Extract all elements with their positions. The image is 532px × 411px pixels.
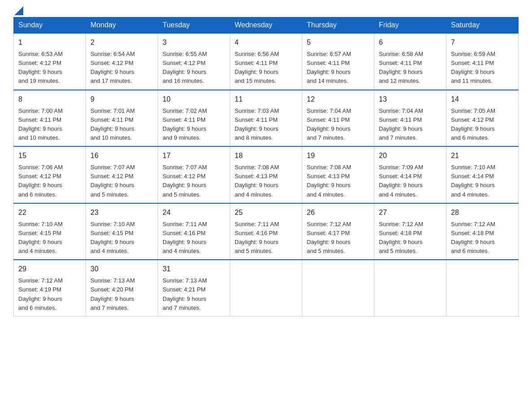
calendar-cell: 21Sunrise: 7:10 AMSunset: 4:14 PMDayligh… bbox=[446, 146, 519, 203]
calendar-cell bbox=[446, 260, 519, 316]
day-info: Sunrise: 7:03 AMSunset: 4:11 PMDaylight:… bbox=[235, 107, 297, 143]
calendar-cell bbox=[374, 260, 446, 316]
day-number: 14 bbox=[451, 94, 514, 105]
day-info: Sunrise: 6:59 AMSunset: 4:11 PMDaylight:… bbox=[451, 50, 514, 86]
logo bbox=[13, 9, 23, 13]
calendar-week-row-5: 29Sunrise: 7:12 AMSunset: 4:19 PMDayligh… bbox=[14, 260, 519, 316]
calendar-header-tuesday: Tuesday bbox=[158, 17, 230, 34]
calendar-cell: 1Sunrise: 6:53 AMSunset: 4:12 PMDaylight… bbox=[14, 33, 86, 90]
calendar-cell: 6Sunrise: 6:58 AMSunset: 4:11 PMDaylight… bbox=[374, 33, 446, 90]
day-number: 22 bbox=[18, 207, 81, 218]
calendar-week-row-3: 15Sunrise: 7:06 AMSunset: 4:12 PMDayligh… bbox=[14, 146, 519, 203]
day-info: Sunrise: 7:04 AMSunset: 4:11 PMDaylight:… bbox=[379, 107, 442, 143]
day-info: Sunrise: 7:08 AMSunset: 4:13 PMDaylight:… bbox=[235, 163, 297, 199]
calendar-cell: 11Sunrise: 7:03 AMSunset: 4:11 PMDayligh… bbox=[230, 90, 302, 147]
calendar-cell: 9Sunrise: 7:01 AMSunset: 4:11 PMDaylight… bbox=[86, 90, 158, 147]
calendar-week-row-4: 22Sunrise: 7:10 AMSunset: 4:15 PMDayligh… bbox=[14, 203, 519, 260]
calendar-cell bbox=[302, 260, 374, 316]
calendar-cell: 30Sunrise: 7:13 AMSunset: 4:20 PMDayligh… bbox=[86, 260, 158, 316]
day-number: 3 bbox=[163, 37, 225, 48]
calendar-cell: 31Sunrise: 7:13 AMSunset: 4:21 PMDayligh… bbox=[158, 260, 230, 316]
day-number: 21 bbox=[451, 150, 514, 161]
calendar-cell: 23Sunrise: 7:10 AMSunset: 4:15 PMDayligh… bbox=[86, 203, 158, 260]
day-info: Sunrise: 7:08 AMSunset: 4:13 PMDaylight:… bbox=[307, 163, 369, 199]
day-info: Sunrise: 7:13 AMSunset: 4:21 PMDaylight:… bbox=[163, 276, 225, 313]
day-number: 31 bbox=[163, 264, 225, 274]
day-number: 16 bbox=[90, 150, 153, 161]
calendar-cell: 17Sunrise: 7:07 AMSunset: 4:12 PMDayligh… bbox=[158, 146, 230, 203]
calendar-cell: 18Sunrise: 7:08 AMSunset: 4:13 PMDayligh… bbox=[230, 146, 302, 203]
day-number: 30 bbox=[90, 264, 153, 274]
day-number: 7 bbox=[451, 37, 514, 48]
page-header bbox=[13, 9, 519, 13]
day-number: 25 bbox=[235, 207, 297, 218]
calendar-header-monday: Monday bbox=[86, 17, 158, 34]
day-number: 12 bbox=[307, 94, 369, 105]
day-info: Sunrise: 7:12 AMSunset: 4:19 PMDaylight:… bbox=[18, 276, 81, 313]
day-number: 6 bbox=[379, 37, 442, 48]
calendar-header-wednesday: Wednesday bbox=[230, 17, 302, 34]
day-info: Sunrise: 7:12 AMSunset: 4:18 PMDaylight:… bbox=[379, 220, 442, 256]
day-info: Sunrise: 6:53 AMSunset: 4:12 PMDaylight:… bbox=[18, 50, 81, 86]
calendar-cell: 25Sunrise: 7:11 AMSunset: 4:16 PMDayligh… bbox=[230, 203, 302, 260]
day-number: 2 bbox=[90, 37, 153, 48]
day-info: Sunrise: 6:57 AMSunset: 4:11 PMDaylight:… bbox=[307, 50, 369, 86]
day-info: Sunrise: 7:10 AMSunset: 4:15 PMDaylight:… bbox=[90, 220, 153, 256]
calendar-cell: 3Sunrise: 6:55 AMSunset: 4:12 PMDaylight… bbox=[158, 33, 230, 90]
day-info: Sunrise: 7:10 AMSunset: 4:15 PMDaylight:… bbox=[18, 220, 81, 256]
day-info: Sunrise: 7:04 AMSunset: 4:11 PMDaylight:… bbox=[307, 107, 369, 143]
day-number: 17 bbox=[163, 150, 225, 161]
calendar-cell: 29Sunrise: 7:12 AMSunset: 4:19 PMDayligh… bbox=[14, 260, 86, 316]
calendar-week-row-2: 8Sunrise: 7:00 AMSunset: 4:11 PMDaylight… bbox=[14, 90, 519, 147]
day-info: Sunrise: 7:06 AMSunset: 4:12 PMDaylight:… bbox=[18, 163, 81, 199]
day-info: Sunrise: 7:07 AMSunset: 4:12 PMDaylight:… bbox=[163, 163, 225, 199]
calendar-cell: 12Sunrise: 7:04 AMSunset: 4:11 PMDayligh… bbox=[302, 90, 374, 147]
calendar-header-thursday: Thursday bbox=[302, 17, 374, 34]
day-info: Sunrise: 6:54 AMSunset: 4:12 PMDaylight:… bbox=[90, 50, 153, 86]
day-info: Sunrise: 6:56 AMSunset: 4:11 PMDaylight:… bbox=[235, 50, 297, 86]
day-number: 13 bbox=[379, 94, 442, 105]
day-number: 9 bbox=[90, 94, 153, 105]
calendar-cell: 15Sunrise: 7:06 AMSunset: 4:12 PMDayligh… bbox=[14, 146, 86, 203]
day-info: Sunrise: 6:55 AMSunset: 4:12 PMDaylight:… bbox=[163, 50, 225, 86]
calendar-cell: 28Sunrise: 7:12 AMSunset: 4:18 PMDayligh… bbox=[446, 203, 519, 260]
day-info: Sunrise: 7:12 AMSunset: 4:18 PMDaylight:… bbox=[451, 220, 514, 256]
calendar-header-friday: Friday bbox=[374, 17, 446, 34]
day-number: 27 bbox=[379, 207, 442, 218]
day-number: 5 bbox=[307, 37, 369, 48]
calendar-cell: 8Sunrise: 7:00 AMSunset: 4:11 PMDaylight… bbox=[14, 90, 86, 147]
day-info: Sunrise: 7:02 AMSunset: 4:11 PMDaylight:… bbox=[163, 107, 225, 143]
calendar-cell: 26Sunrise: 7:12 AMSunset: 4:17 PMDayligh… bbox=[302, 203, 374, 260]
day-number: 18 bbox=[235, 150, 297, 161]
calendar-header-row: SundayMondayTuesdayWednesdayThursdayFrid… bbox=[14, 17, 519, 34]
calendar-cell: 22Sunrise: 7:10 AMSunset: 4:15 PMDayligh… bbox=[14, 203, 86, 260]
day-info: Sunrise: 7:01 AMSunset: 4:11 PMDaylight:… bbox=[90, 107, 153, 143]
calendar-cell: 16Sunrise: 7:07 AMSunset: 4:12 PMDayligh… bbox=[86, 146, 158, 203]
day-info: Sunrise: 7:12 AMSunset: 4:17 PMDaylight:… bbox=[307, 220, 369, 256]
day-number: 24 bbox=[163, 207, 225, 218]
day-number: 4 bbox=[235, 37, 297, 48]
day-info: Sunrise: 7:11 AMSunset: 4:16 PMDaylight:… bbox=[163, 220, 225, 256]
calendar-header-sunday: Sunday bbox=[14, 17, 86, 34]
day-info: Sunrise: 7:07 AMSunset: 4:12 PMDaylight:… bbox=[90, 163, 153, 199]
day-number: 11 bbox=[235, 94, 297, 105]
day-number: 26 bbox=[307, 207, 369, 218]
day-info: Sunrise: 7:00 AMSunset: 4:11 PMDaylight:… bbox=[18, 107, 81, 143]
calendar-cell: 20Sunrise: 7:09 AMSunset: 4:14 PMDayligh… bbox=[374, 146, 446, 203]
calendar-cell: 5Sunrise: 6:57 AMSunset: 4:11 PMDaylight… bbox=[302, 33, 374, 90]
day-number: 1 bbox=[18, 37, 81, 48]
calendar-cell: 7Sunrise: 6:59 AMSunset: 4:11 PMDaylight… bbox=[446, 33, 519, 90]
day-number: 8 bbox=[18, 94, 81, 105]
calendar-cell bbox=[230, 260, 302, 316]
logo-arrow-icon bbox=[14, 6, 23, 15]
calendar-header-saturday: Saturday bbox=[446, 17, 519, 34]
day-number: 20 bbox=[379, 150, 442, 161]
day-info: Sunrise: 7:05 AMSunset: 4:12 PMDaylight:… bbox=[451, 107, 514, 143]
calendar-week-row-1: 1Sunrise: 6:53 AMSunset: 4:12 PMDaylight… bbox=[14, 33, 519, 90]
day-info: Sunrise: 6:58 AMSunset: 4:11 PMDaylight:… bbox=[379, 50, 442, 86]
day-number: 10 bbox=[163, 94, 225, 105]
day-info: Sunrise: 7:09 AMSunset: 4:14 PMDaylight:… bbox=[379, 163, 442, 199]
calendar-cell: 19Sunrise: 7:08 AMSunset: 4:13 PMDayligh… bbox=[302, 146, 374, 203]
calendar-cell: 13Sunrise: 7:04 AMSunset: 4:11 PMDayligh… bbox=[374, 90, 446, 147]
day-number: 23 bbox=[90, 207, 153, 218]
